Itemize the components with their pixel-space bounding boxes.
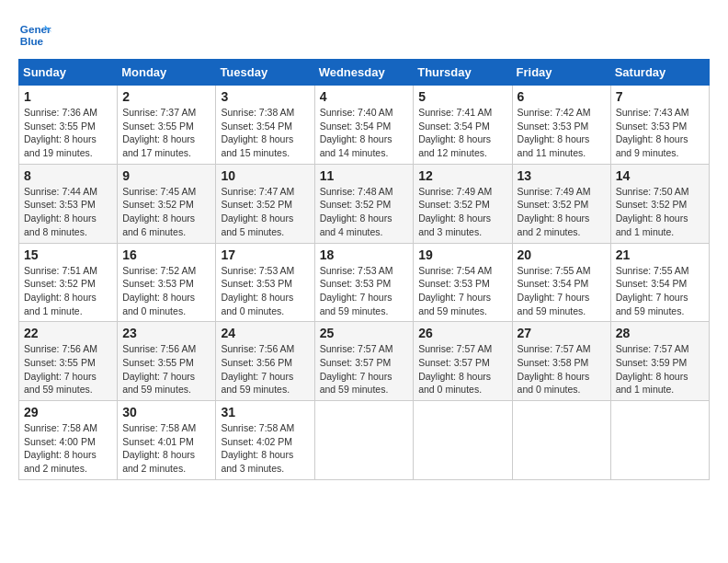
- week-row-1: 1 Sunrise: 7:36 AMSunset: 3:55 PMDayligh…: [19, 86, 710, 165]
- day-info: Sunrise: 7:53 AMSunset: 3:53 PMDaylight:…: [320, 265, 393, 316]
- day-cell: 30 Sunrise: 7:58 AMSunset: 4:01 PMDaylig…: [118, 401, 216, 480]
- day-number: 1: [24, 89, 112, 104]
- day-info: Sunrise: 7:36 AMSunset: 3:55 PMDaylight:…: [24, 107, 97, 158]
- day-info: Sunrise: 7:52 AMSunset: 3:53 PMDaylight:…: [122, 265, 196, 316]
- day-number: 15: [24, 247, 112, 262]
- day-info: Sunrise: 7:56 AMSunset: 3:55 PMDaylight:…: [24, 343, 97, 395]
- day-info: Sunrise: 7:42 AMSunset: 3:53 PMDaylight:…: [518, 107, 591, 158]
- day-info: Sunrise: 7:53 AMSunset: 3:53 PMDaylight:…: [221, 265, 294, 316]
- day-number: 31: [221, 405, 309, 419]
- day-number: 16: [122, 247, 210, 262]
- page-container: General Blue SundayMondayTuesdayWednesda…: [18, 18, 710, 480]
- day-cell: 13 Sunrise: 7:49 AMSunset: 3:52 PMDaylig…: [512, 164, 610, 243]
- day-cell: [414, 401, 512, 480]
- day-cell: 5 Sunrise: 7:41 AMSunset: 3:54 PMDayligh…: [414, 86, 512, 165]
- day-info: Sunrise: 7:50 AMSunset: 3:52 PMDaylight:…: [616, 186, 689, 237]
- day-cell: 20 Sunrise: 7:55 AMSunset: 3:54 PMDaylig…: [512, 243, 610, 322]
- day-number: 4: [320, 89, 409, 104]
- day-number: 13: [518, 168, 606, 183]
- day-cell: 21 Sunrise: 7:55 AMSunset: 3:54 PMDaylig…: [610, 243, 709, 322]
- day-info: Sunrise: 7:57 AMSunset: 3:57 PMDaylight:…: [320, 343, 393, 395]
- header-row: SundayMondayTuesdayWednesdayThursdayFrid…: [19, 60, 710, 86]
- day-number: 19: [418, 247, 506, 262]
- day-info: Sunrise: 7:41 AMSunset: 3:54 PMDaylight:…: [418, 107, 492, 158]
- day-number: 14: [616, 168, 704, 183]
- day-cell: 11 Sunrise: 7:48 AMSunset: 3:52 PMDaylig…: [314, 164, 414, 243]
- day-cell: 18 Sunrise: 7:53 AMSunset: 3:53 PMDaylig…: [314, 243, 414, 322]
- day-number: 2: [122, 89, 210, 104]
- day-info: Sunrise: 7:58 AMSunset: 4:02 PMDaylight:…: [221, 422, 294, 474]
- day-info: Sunrise: 7:57 AMSunset: 3:58 PMDaylight:…: [518, 343, 591, 395]
- day-info: Sunrise: 7:37 AMSunset: 3:55 PMDaylight:…: [122, 107, 196, 158]
- day-number: 23: [122, 326, 210, 340]
- day-number: 27: [518, 326, 606, 340]
- day-number: 18: [320, 247, 409, 262]
- day-info: Sunrise: 7:47 AMSunset: 3:52 PMDaylight:…: [221, 186, 294, 237]
- day-info: Sunrise: 7:38 AMSunset: 3:54 PMDaylight:…: [221, 107, 294, 158]
- day-cell: [610, 401, 709, 480]
- day-cell: 29 Sunrise: 7:58 AMSunset: 4:00 PMDaylig…: [19, 401, 118, 480]
- day-info: Sunrise: 7:49 AMSunset: 3:52 PMDaylight:…: [518, 186, 591, 237]
- header-cell-wednesday: Wednesday: [314, 60, 414, 86]
- day-cell: 12 Sunrise: 7:49 AMSunset: 3:52 PMDaylig…: [414, 164, 512, 243]
- day-number: 10: [221, 168, 309, 183]
- day-number: 8: [24, 168, 112, 183]
- day-cell: 22 Sunrise: 7:56 AMSunset: 3:55 PMDaylig…: [19, 322, 118, 401]
- day-cell: 7 Sunrise: 7:43 AMSunset: 3:53 PMDayligh…: [610, 86, 709, 165]
- day-number: 3: [221, 89, 309, 104]
- day-info: Sunrise: 7:57 AMSunset: 3:57 PMDaylight:…: [418, 343, 492, 395]
- header-cell-monday: Monday: [118, 60, 216, 86]
- day-cell: 8 Sunrise: 7:44 AMSunset: 3:53 PMDayligh…: [19, 164, 118, 243]
- day-cell: 10 Sunrise: 7:47 AMSunset: 3:52 PMDaylig…: [216, 164, 314, 243]
- day-cell: 15 Sunrise: 7:51 AMSunset: 3:52 PMDaylig…: [19, 243, 118, 322]
- day-number: 9: [122, 168, 210, 183]
- day-cell: 27 Sunrise: 7:57 AMSunset: 3:58 PMDaylig…: [512, 322, 610, 401]
- day-number: 22: [24, 326, 112, 340]
- day-number: 17: [221, 247, 309, 262]
- svg-text:Blue: Blue: [20, 35, 44, 47]
- day-cell: 14 Sunrise: 7:50 AMSunset: 3:52 PMDaylig…: [610, 164, 709, 243]
- day-cell: 9 Sunrise: 7:45 AMSunset: 3:52 PMDayligh…: [118, 164, 216, 243]
- day-info: Sunrise: 7:57 AMSunset: 3:59 PMDaylight:…: [616, 343, 689, 395]
- logo-icon: General Blue: [18, 18, 51, 52]
- day-cell: 4 Sunrise: 7:40 AMSunset: 3:54 PMDayligh…: [314, 86, 414, 165]
- day-cell: 31 Sunrise: 7:58 AMSunset: 4:02 PMDaylig…: [216, 401, 314, 480]
- day-cell: 2 Sunrise: 7:37 AMSunset: 3:55 PMDayligh…: [118, 86, 216, 165]
- day-info: Sunrise: 7:45 AMSunset: 3:52 PMDaylight:…: [122, 186, 196, 237]
- week-row-3: 15 Sunrise: 7:51 AMSunset: 3:52 PMDaylig…: [19, 243, 710, 322]
- week-row-4: 22 Sunrise: 7:56 AMSunset: 3:55 PMDaylig…: [19, 322, 710, 401]
- day-number: 24: [221, 326, 309, 340]
- day-number: 7: [616, 89, 704, 104]
- week-row-2: 8 Sunrise: 7:44 AMSunset: 3:53 PMDayligh…: [19, 164, 710, 243]
- day-number: 29: [24, 405, 112, 419]
- calendar-table: SundayMondayTuesdayWednesdayThursdayFrid…: [18, 59, 710, 480]
- day-info: Sunrise: 7:58 AMSunset: 4:01 PMDaylight:…: [122, 422, 196, 474]
- day-info: Sunrise: 7:40 AMSunset: 3:54 PMDaylight:…: [320, 107, 393, 158]
- day-info: Sunrise: 7:55 AMSunset: 3:54 PMDaylight:…: [518, 265, 591, 316]
- day-cell: 17 Sunrise: 7:53 AMSunset: 3:53 PMDaylig…: [216, 243, 314, 322]
- header-cell-friday: Friday: [512, 60, 610, 86]
- day-number: 25: [320, 326, 409, 340]
- day-info: Sunrise: 7:56 AMSunset: 3:56 PMDaylight:…: [221, 343, 294, 395]
- header: General Blue: [18, 18, 710, 52]
- day-cell: 24 Sunrise: 7:56 AMSunset: 3:56 PMDaylig…: [216, 322, 314, 401]
- day-cell: 19 Sunrise: 7:54 AMSunset: 3:53 PMDaylig…: [414, 243, 512, 322]
- day-number: 28: [616, 326, 704, 340]
- day-number: 12: [418, 168, 506, 183]
- header-cell-tuesday: Tuesday: [216, 60, 314, 86]
- day-number: 5: [418, 89, 506, 104]
- header-cell-saturday: Saturday: [610, 60, 709, 86]
- day-cell: 26 Sunrise: 7:57 AMSunset: 3:57 PMDaylig…: [414, 322, 512, 401]
- day-number: 6: [518, 89, 606, 104]
- day-cell: 16 Sunrise: 7:52 AMSunset: 3:53 PMDaylig…: [118, 243, 216, 322]
- day-info: Sunrise: 7:43 AMSunset: 3:53 PMDaylight:…: [616, 107, 689, 158]
- day-cell: 6 Sunrise: 7:42 AMSunset: 3:53 PMDayligh…: [512, 86, 610, 165]
- day-cell: 28 Sunrise: 7:57 AMSunset: 3:59 PMDaylig…: [610, 322, 709, 401]
- day-number: 21: [616, 247, 704, 262]
- day-info: Sunrise: 7:51 AMSunset: 3:52 PMDaylight:…: [24, 265, 97, 316]
- header-cell-sunday: Sunday: [19, 60, 118, 86]
- day-number: 20: [518, 247, 606, 262]
- day-cell: 1 Sunrise: 7:36 AMSunset: 3:55 PMDayligh…: [19, 86, 118, 165]
- day-number: 11: [320, 168, 409, 183]
- day-info: Sunrise: 7:55 AMSunset: 3:54 PMDaylight:…: [616, 265, 689, 316]
